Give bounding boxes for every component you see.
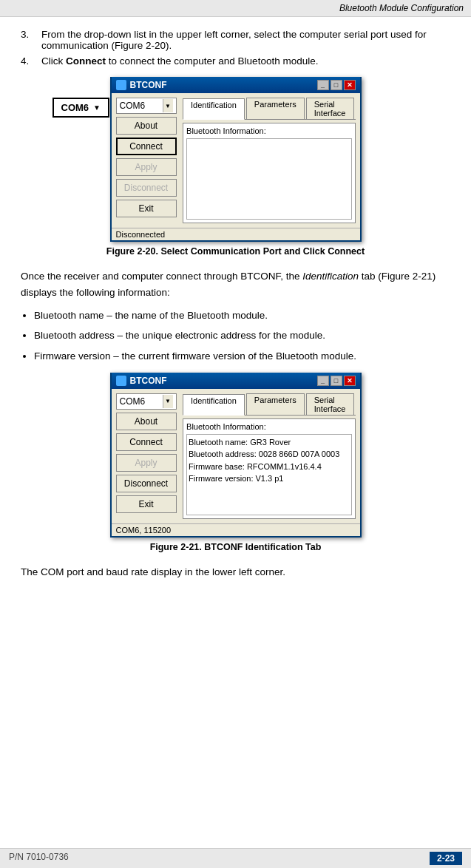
footer-pn: P/N 7010-0736	[9, 852, 69, 865]
bullet-1: Bluetooth name – the name of the Bluetoo…	[34, 308, 450, 323]
dialog-1-icon	[116, 80, 126, 90]
status-text-1: Disconnected	[116, 230, 166, 239]
tab-content-1: Bluetooth Information:	[183, 123, 355, 223]
com-port-value-2: COM6	[120, 396, 163, 407]
identification-em: Identification	[302, 271, 359, 282]
tab-identification-1[interactable]: Identification	[183, 98, 245, 120]
com6-callout-arrow: ▼	[93, 104, 101, 112]
page-footer: P/N 7010-0736 2-23	[0, 848, 471, 868]
dialog-2-icon	[116, 376, 126, 386]
dialog-1-right: Identification Parameters Serial Interfa…	[183, 98, 355, 223]
bullet-3: Firmware version – the current firmware …	[34, 348, 450, 364]
dialog-1-body: COM6 ▼ About Connect Apply Disconnect Ex…	[112, 93, 360, 228]
tab-bar-1: Identification Parameters Serial Interfa…	[183, 98, 355, 120]
disconnect-button-1[interactable]: Disconnect	[116, 179, 177, 197]
header-title: Bluetooth Module Configuration	[339, 3, 464, 13]
tab-parameters-1[interactable]: Parameters	[246, 98, 305, 119]
bt-info-line-1: Bluetooth name: GR3 Rover	[189, 436, 349, 449]
dialog-2-right: Identification Parameters Serial Interfa…	[183, 393, 355, 519]
about-button-1[interactable]: About	[116, 117, 177, 135]
dialog-1-status: Disconnected	[112, 228, 360, 240]
page-header: Bluetooth Module Configuration	[0, 0, 471, 17]
step-3: 3. From the drop-down list in the upper …	[21, 29, 450, 51]
dialog-1-title-text: BTCONF	[130, 80, 167, 90]
figure-1-container: COM6 ▼ BTCONF _ □ ✕	[110, 77, 362, 242]
bt-info-label-2: Bluetooth Information:	[186, 422, 351, 431]
tab-content-2: Bluetooth Information: Bluetooth name: G…	[183, 418, 355, 519]
close-button-1[interactable]: ✕	[344, 80, 356, 90]
tab-serial-2[interactable]: Serial Interface	[306, 393, 354, 415]
dialog-2-body: COM6 ▼ About Connect Apply Disconnect Ex…	[112, 389, 360, 523]
com-port-select-1[interactable]: COM6 ▼	[116, 98, 177, 114]
step-list: 3. From the drop-down list in the upper …	[21, 29, 450, 67]
footer-page: 2-23	[430, 852, 462, 865]
dialog-2-titlebar: BTCONF _ □ ✕	[112, 373, 360, 389]
figure-2-container: BTCONF _ □ ✕ COM6 ▼ Abo	[110, 373, 362, 538]
figure-2-wrap: BTCONF _ □ ✕ COM6 ▼ Abo	[21, 373, 450, 560]
body-text-1: Once the receiver and computer connect t…	[21, 268, 450, 300]
bt-info-area-1	[186, 138, 351, 220]
step-4-num: 4.	[21, 55, 41, 67]
tab-parameters-2[interactable]: Parameters	[246, 393, 305, 415]
status-text-2: COM6, 115200	[116, 526, 172, 535]
figure-2-caption: Figure 2-21. BTCONF Identification Tab	[150, 542, 322, 552]
step-3-num: 3.	[21, 29, 41, 51]
dialog-2-status: COM6, 115200	[112, 523, 360, 536]
dialog-1-titlebar: BTCONF _ □ ✕	[112, 77, 360, 93]
figure-1-caption: Figure 2-20. Select Communication Port a…	[106, 246, 365, 257]
restore-button-2[interactable]: □	[331, 376, 342, 386]
apply-button-1[interactable]: Apply	[116, 158, 177, 176]
tab-bar-2: Identification Parameters Serial Interfa…	[183, 393, 355, 416]
com6-callout: COM6 ▼	[52, 98, 109, 118]
dialog-1-titlebar-buttons: _ □ ✕	[317, 80, 356, 90]
bt-info-label-1: Bluetooth Information:	[186, 126, 351, 135]
com6-callout-text: COM6	[61, 102, 89, 113]
bt-info-line-3: Firmware base: RFCOMM1.1v16.4.4	[189, 461, 349, 473]
com-port-arrow-2: ▼	[163, 395, 173, 408]
dialog-2: BTCONF _ □ ✕ COM6 ▼ Abo	[110, 373, 362, 538]
tab-serial-1[interactable]: Serial Interface	[306, 98, 354, 119]
tab-identification-2[interactable]: Identification	[183, 394, 245, 416]
close-button-2[interactable]: ✕	[344, 376, 356, 386]
com-port-select-2[interactable]: COM6 ▼	[116, 393, 177, 410]
com-port-arrow-1: ▼	[163, 99, 173, 112]
dialog-2-title-text: BTCONF	[130, 376, 167, 386]
bt-info-line-4: Firmware version: V1.3 p1	[189, 472, 349, 485]
dialog-2-left: COM6 ▼ About Connect Apply Disconnect Ex…	[116, 393, 179, 519]
bullet-list: Bluetooth name – the name of the Bluetoo…	[34, 308, 450, 364]
step-4: 4. Click Connect to connect the computer…	[21, 55, 450, 67]
step-3-text: From the drop-down list in the upper lef…	[41, 29, 450, 51]
connect-button-1[interactable]: Connect	[116, 138, 177, 155]
page-content: 3. From the drop-down list in the upper …	[0, 17, 471, 600]
bullet-2: Bluetooth address – the unique electroni…	[34, 328, 450, 343]
com-port-value-1: COM6	[120, 101, 163, 111]
dialog-1: BTCONF _ □ ✕ COM6 ▼ Abo	[110, 77, 362, 242]
dialog-2-title: BTCONF	[116, 376, 167, 386]
exit-button-2[interactable]: Exit	[116, 495, 177, 513]
step-4-text: Click Connect to connect the computer an…	[41, 55, 450, 67]
bt-info-area-2: Bluetooth name: GR3 Rover Bluetooth addr…	[186, 434, 351, 515]
about-button-2[interactable]: About	[116, 413, 177, 430]
bt-info-line-2: Bluetooth address: 0028 866D 007A 0003	[189, 448, 349, 461]
restore-button-1[interactable]: □	[331, 80, 342, 90]
minimize-button-1[interactable]: _	[317, 80, 329, 90]
dialog-1-title: BTCONF	[116, 80, 167, 90]
body-text-2: The COM port and baud rate display in th…	[21, 564, 450, 580]
dialog-1-left: COM6 ▼ About Connect Apply Disconnect Ex…	[116, 98, 179, 223]
connect-button-2[interactable]: Connect	[116, 433, 177, 451]
apply-button-2[interactable]: Apply	[116, 454, 177, 472]
exit-button-1[interactable]: Exit	[116, 200, 177, 217]
dialog-2-titlebar-buttons: _ □ ✕	[317, 376, 356, 386]
figure-1-wrap: COM6 ▼ BTCONF _ □ ✕	[21, 77, 450, 264]
disconnect-button-2[interactable]: Disconnect	[116, 475, 177, 492]
minimize-button-2[interactable]: _	[317, 376, 329, 386]
